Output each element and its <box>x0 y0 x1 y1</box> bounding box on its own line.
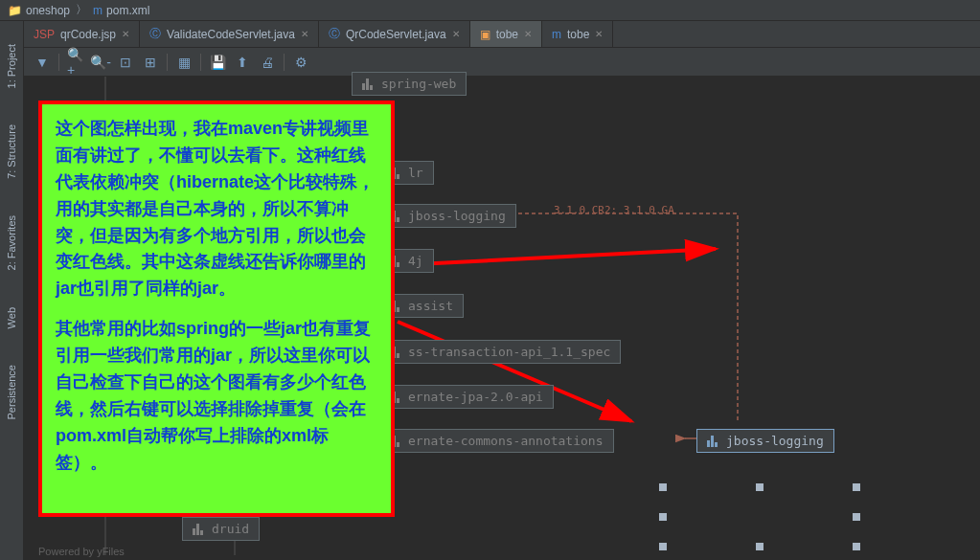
maven-icon: m <box>552 28 561 41</box>
annotation-text-1: 这个图怎样出现，我在maven专讲视频里面有讲过了，不懂可以去看下。这种红线代表… <box>56 116 377 302</box>
version-conflict-label: 3.1.0.CR2: 3.1.0.GA <box>554 204 674 216</box>
tab-qrcodeservlet[interactable]: Ⓒ QrCodeServlet.java ✕ <box>319 21 470 47</box>
zoom-actual-icon[interactable]: ⊡ <box>117 54 134 71</box>
left-sidebar: 1: Project 7: Structure 2: Favorites Web… <box>0 21 24 560</box>
breadcrumb-bar: 📁 oneshop 〉 m pom.xml <box>0 0 980 21</box>
breadcrumb-item[interactable]: m pom.xml <box>93 4 149 17</box>
jsp-icon: JSP <box>34 28 55 41</box>
close-icon[interactable]: ✕ <box>595 29 603 39</box>
close-icon[interactable]: ✕ <box>452 29 460 39</box>
dep-transaction[interactable]: ss-transaction-api_1.1_spec <box>378 340 621 364</box>
dep-jboss-logging[interactable]: jboss-logging <box>378 204 516 228</box>
save-icon[interactable]: 💾 <box>209 54 226 71</box>
tab-tobe-m[interactable]: m tobe ✕ <box>542 21 613 47</box>
close-icon[interactable]: ✕ <box>122 29 129 39</box>
fit-content-icon[interactable]: ⊞ <box>142 54 159 71</box>
editor-tabs: JSP qrCode.jsp ✕ Ⓒ ValidateCodeServlet.j… <box>24 21 980 48</box>
lib-icon <box>193 524 206 535</box>
dep-spring-web[interactable]: spring-web <box>352 72 467 96</box>
diagram-icon: ▣ <box>480 28 490 41</box>
selection-handles <box>659 483 860 550</box>
close-icon[interactable]: ✕ <box>524 29 532 39</box>
layout-icon[interactable]: ▦ <box>175 54 193 71</box>
filter-icon[interactable]: ▼ <box>34 54 51 71</box>
powered-by-label: Powered by yFiles <box>38 546 125 557</box>
sidebar-item-persistence[interactable]: Persistence <box>4 361 19 423</box>
close-icon[interactable]: ✕ <box>301 29 308 39</box>
sidebar-item-structure[interactable]: 7: Structure <box>4 121 19 183</box>
zoom-out-icon[interactable]: 🔍- <box>92 54 109 71</box>
java-icon: Ⓒ <box>149 26 161 42</box>
print-icon[interactable]: 🖨 <box>259 54 276 71</box>
breadcrumb-item[interactable]: 📁 oneshop <box>8 4 70 17</box>
dep-commons-annotations[interactable]: ernate-commons-annotations <box>378 429 614 453</box>
lib-icon <box>362 78 376 90</box>
lib-icon <box>707 436 720 447</box>
sidebar-item-web[interactable]: Web <box>4 303 19 332</box>
tab-tobe-diagram[interactable]: ▣ tobe ✕ <box>470 21 542 47</box>
tab-qrcode-jsp[interactable]: JSP qrCode.jsp ✕ <box>24 21 140 47</box>
sidebar-item-project[interactable]: 1: Project <box>4 40 19 92</box>
annotation-overlay: 这个图怎样出现，我在maven专讲视频里面有讲过了，不懂可以去看下。这种红线代表… <box>38 101 395 517</box>
annotation-text-2: 其他常用的比如spring的一些jar也有重复引用一些我们常用的jar，所以这里… <box>56 316 377 476</box>
export-icon[interactable]: ⬆ <box>234 54 251 71</box>
dep-jboss-logging-selected[interactable]: jboss-logging <box>696 429 834 453</box>
diagram-toolbar: ▼ 🔍+ 🔍- ⊡ ⊞ ▦ 💾 ⬆ 🖨 ⚙ <box>24 48 980 77</box>
dep-jpa[interactable]: ernate-jpa-2.0-api <box>378 385 554 409</box>
java-icon: Ⓒ <box>329 26 340 42</box>
settings-icon[interactable]: ⚙ <box>292 54 309 71</box>
zoom-in-icon[interactable]: 🔍+ <box>67 54 84 71</box>
breadcrumb-separator: 〉 <box>76 2 87 18</box>
tab-validatecode[interactable]: Ⓒ ValidateCodeServlet.java ✕ <box>140 21 319 47</box>
dep-druid[interactable]: druid <box>182 517 260 541</box>
sidebar-item-favorites[interactable]: 2: Favorites <box>4 212 19 274</box>
svg-line-3 <box>398 249 716 265</box>
